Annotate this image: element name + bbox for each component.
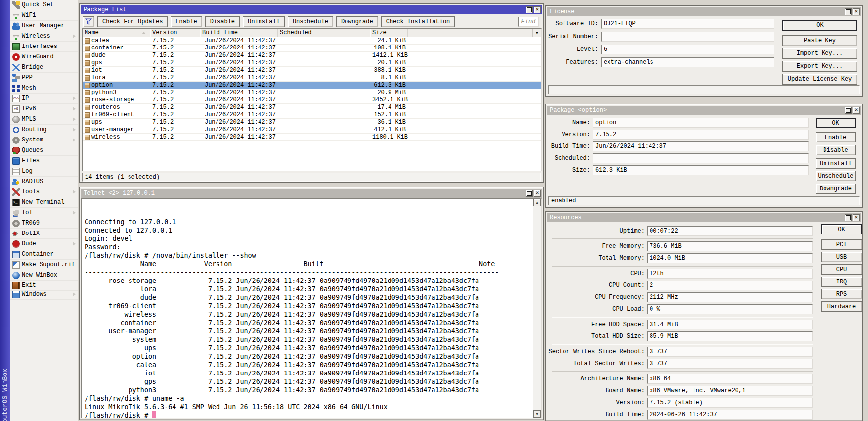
sidebar-item-iot[interactable]: IoT: [10, 208, 78, 218]
license-ok-button[interactable]: OK: [782, 20, 857, 31]
resources-hardware-button[interactable]: Hardware: [821, 301, 862, 312]
package-value-build-time[interactable]: Jun/26/2024 11:42:37: [593, 141, 809, 151]
sidebar-item-windows[interactable]: Windows: [10, 289, 78, 300]
package-option-titlebar[interactable]: Package <option> ✕: [547, 106, 861, 115]
resources-value-version[interactable]: 7.15.2 (stable): [647, 398, 813, 408]
package-row-lora[interactable]: lora7.15.2Jun/26/2024 11:42:378.1 KiB: [83, 74, 541, 82]
package-row-option[interactable]: option7.15.2Jun/26/2024 11:42:37612.3 Ki…: [83, 82, 541, 89]
resources-rps-button[interactable]: RPS: [821, 289, 862, 299]
package-uninstall-button[interactable]: Uninstall: [816, 158, 856, 169]
package-unschedule-button[interactable]: Unschedule: [816, 171, 856, 181]
license-value-level[interactable]: 6: [601, 45, 774, 54]
resources-value-cpu-count[interactable]: 2: [647, 281, 813, 290]
column-header-name[interactable]: Name: [83, 29, 150, 37]
package-value-scheduled[interactable]: [593, 153, 809, 163]
sidebar-item-wireguard[interactable]: WireGuard: [10, 52, 78, 62]
package-row-dude[interactable]: dude7.15.2Jun/26/2024 11:42:371412.1 KiB: [83, 52, 541, 59]
resources-value-architecture-name[interactable]: x86_64: [647, 374, 813, 384]
sidebar-item-routing[interactable]: Routing: [10, 125, 78, 135]
sidebar-item-dot1x[interactable]: Dot1X: [10, 229, 78, 239]
sidebar-item-queues[interactable]: Queues: [10, 145, 78, 156]
unschedule-button[interactable]: Unschedule: [288, 16, 333, 27]
license-value-serial-number[interactable]: [601, 32, 774, 42]
package-row-ups[interactable]: ups7.15.2Jun/26/2024 11:42:3736.1 KiB: [83, 119, 541, 126]
package-row-container[interactable]: container7.15.2Jun/26/2024 11:42:37108.1…: [83, 45, 541, 52]
package-row-gps[interactable]: gps7.15.2Jun/26/2024 11:42:3720.1 KiB: [83, 59, 541, 67]
package-disable-button[interactable]: Disable: [816, 145, 856, 155]
sidebar-item-user-manager[interactable]: User Manager: [10, 21, 78, 31]
disable-button[interactable]: Disable: [205, 16, 240, 27]
close-button[interactable]: ✕: [853, 214, 860, 221]
resources-value-cpu-load[interactable]: 0 %: [647, 304, 813, 314]
package-value-version[interactable]: 7.15.2: [593, 130, 809, 140]
sidebar-item-dude[interactable]: Dude: [10, 239, 78, 249]
check-installation-button[interactable]: Check Installation: [381, 16, 455, 27]
terminal-scrollbar[interactable]: ▲ ▼: [533, 199, 541, 418]
sidebar-item-new-terminal[interactable]: >_New Terminal: [10, 197, 78, 208]
package-value-name[interactable]: option: [593, 118, 809, 128]
package-row-python3[interactable]: python37.15.2Jun/26/2024 11:42:3720.9 Mi…: [83, 89, 541, 96]
telnet-titlebar[interactable]: Telnet <2> 127.0.0.1 ✕: [81, 189, 542, 198]
sidebar-item-ipv6[interactable]: v6IPv6: [10, 104, 78, 114]
package-row-user-manager[interactable]: user-manager7.15.2Jun/26/2024 11:42:3741…: [83, 126, 541, 134]
package-downgrade-button[interactable]: Downgrade: [816, 184, 856, 194]
sidebar-item-new-winbox[interactable]: New WinBox: [10, 270, 78, 281]
maximize-button[interactable]: [845, 214, 852, 221]
sidebar-item-bridge[interactable]: Bridge: [10, 62, 78, 73]
resources-value-cpu[interactable]: 12th: [647, 269, 813, 279]
package-list-titlebar[interactable]: Package List ✕: [81, 5, 542, 14]
resources-irq-button[interactable]: IRQ: [821, 277, 862, 287]
package-row-iot[interactable]: iot7.15.2Jun/26/2024 11:42:37388.1 KiB: [83, 67, 541, 74]
enable-button[interactable]: Enable: [171, 16, 202, 27]
downgrade-button[interactable]: Downgrade: [336, 16, 378, 27]
close-button[interactable]: ✕: [853, 107, 860, 114]
filter-button[interactable]: [83, 16, 94, 27]
sidebar-item-radius[interactable]: RADIUS: [10, 177, 78, 187]
package-ok-button[interactable]: OK: [816, 118, 856, 128]
resources-usb-button[interactable]: USB: [821, 252, 862, 262]
sidebar-item-container[interactable]: Container: [10, 249, 78, 260]
sidebar-item-files[interactable]: Files: [10, 156, 78, 166]
resources-value-total-sector-writes[interactable]: 3 737: [647, 359, 813, 369]
package-row-wireless[interactable]: wireless7.15.2Jun/26/2024 11:42:371180.1…: [83, 134, 541, 141]
license-titlebar[interactable]: License ✕: [547, 7, 861, 16]
column-header-build-time[interactable]: Build Time: [200, 29, 278, 37]
column-select-button[interactable]: ▼: [532, 29, 541, 37]
resources-value-total-memory[interactable]: 1024.0 MiB: [647, 253, 813, 263]
license-value-features[interactable]: extra-channels: [601, 57, 774, 67]
package-row-rose-storage[interactable]: rose-storage7.15.2Jun/26/2024 11:42:3734…: [83, 96, 541, 104]
sidebar-item-tr069[interactable]: TR069: [10, 218, 78, 229]
license-paste-key-button[interactable]: Paste Key: [782, 35, 857, 46]
resources-ok-button[interactable]: OK: [821, 224, 862, 234]
column-header-version[interactable]: Version: [150, 29, 200, 37]
package-enable-button[interactable]: Enable: [816, 132, 856, 142]
close-button[interactable]: ✕: [534, 6, 541, 13]
license-update-license-key-button[interactable]: Update License Key: [782, 74, 857, 85]
column-header-size[interactable]: Size: [370, 29, 408, 37]
sidebar-item-wifi[interactable]: WiFi: [10, 10, 78, 21]
column-header-scheduled[interactable]: Scheduled: [278, 29, 370, 37]
maximize-button[interactable]: [845, 107, 852, 114]
package-row-tr069-client[interactable]: tr069-client7.15.2Jun/26/2024 11:42:3715…: [83, 111, 541, 119]
resources-value-free-hdd-space[interactable]: 31.4 MiB: [647, 320, 813, 329]
sidebar-item-system[interactable]: System: [10, 135, 78, 145]
package-value-size[interactable]: 612.3 KiB: [593, 165, 809, 175]
resources-titlebar[interactable]: Resources ✕: [547, 213, 861, 222]
resources-value-cpu-frequency[interactable]: 2112 MHz: [647, 292, 813, 302]
package-row-calea[interactable]: calea7.15.2Jun/26/2024 11:42:3724.1 KiB: [83, 37, 541, 45]
resources-value-board-name[interactable]: x86 VMware, Inc. VMware20,1: [647, 386, 813, 396]
package-row-routeros[interactable]: routeros7.15.2Jun/26/2024 11:42:3717.4 M…: [83, 104, 541, 111]
resources-value-build-time[interactable]: 2024-06-26 11:42:37: [647, 410, 813, 420]
terminal-output[interactable]: Connecting to 127.0.0.1 Connected to 127…: [82, 199, 499, 418]
maximize-button[interactable]: [845, 8, 852, 15]
maximize-button[interactable]: [526, 6, 533, 13]
sidebar-item-ppp[interactable]: PPP: [10, 73, 78, 83]
close-button[interactable]: ✕: [534, 190, 541, 197]
sidebar-item-mpls[interactable]: MPLS: [10, 114, 78, 125]
uninstall-button[interactable]: Uninstall: [243, 16, 285, 27]
resources-cpu-button[interactable]: CPU: [821, 264, 862, 275]
scroll-down-button[interactable]: ▼: [533, 410, 541, 418]
sidebar-item-interfaces[interactable]: Interfaces: [10, 42, 78, 52]
license-export-key-button[interactable]: Export Key...: [782, 61, 857, 72]
sidebar-item-ip[interactable]: 255IP: [10, 94, 78, 104]
